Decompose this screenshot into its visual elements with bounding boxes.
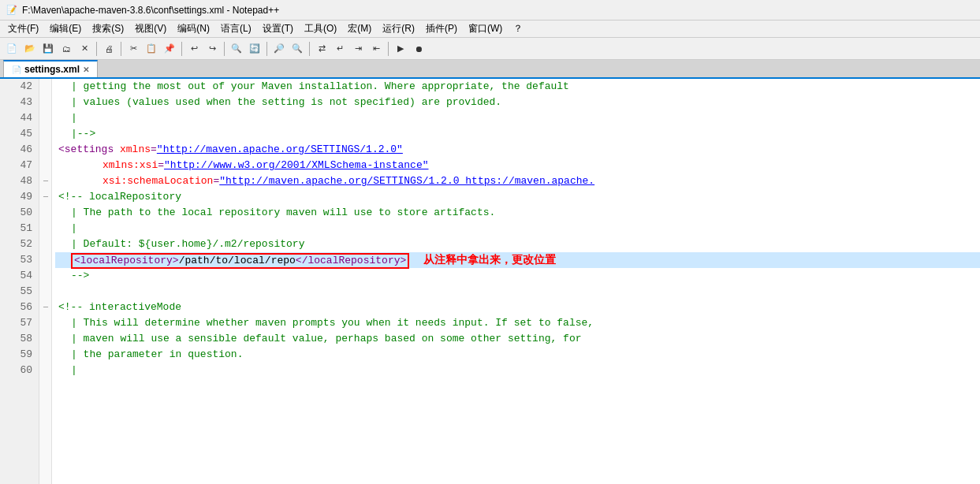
- line-num-45: 45: [6, 126, 32, 142]
- btn-copy[interactable]: 📋: [143, 40, 160, 58]
- menu-file[interactable]: 文件(F): [3, 20, 43, 37]
- toolbar: 📄 📂 💾 🗂 ✕ 🖨 ✂ 📋 📌 ↩ ↪ 🔍 🔄 🔎 🔍 ⇄ ↵ ⇥ ⇤ ▶ …: [0, 38, 980, 60]
- code-line-59: | the parameter in question.: [55, 347, 980, 363]
- tab-close-btn[interactable]: ✕: [83, 65, 89, 74]
- code-line-45: |-->: [55, 126, 980, 142]
- fold-58: [39, 331, 51, 347]
- btn-wrap[interactable]: ↵: [331, 40, 348, 58]
- btn-print[interactable]: 🖨: [100, 40, 117, 58]
- menu-plugins[interactable]: 插件(P): [421, 20, 462, 37]
- menu-window[interactable]: 窗口(W): [464, 20, 507, 37]
- btn-redo[interactable]: ↪: [203, 40, 221, 58]
- code-line-53: <localRepository>/path/to/local/repo</lo…: [55, 252, 980, 268]
- menu-settings[interactable]: 设置(T): [258, 20, 298, 37]
- btn-paste[interactable]: 📌: [161, 40, 178, 58]
- fold-56[interactable]: —: [39, 300, 52, 315]
- code-line-54: -->: [55, 268, 980, 284]
- fold-51: [39, 221, 51, 236]
- code-line-49: <!-- localRepository: [55, 189, 980, 205]
- btn-undo[interactable]: ↩: [185, 40, 203, 58]
- code-line-52: | Default: ${user.home}/.m2/repository: [55, 236, 980, 252]
- tab-label: settings.xml: [24, 64, 80, 75]
- btn-macro[interactable]: ▶: [392, 40, 409, 58]
- code-line-50: | The path to the local repository maven…: [55, 205, 980, 221]
- toolbar-sep-4: [224, 42, 225, 56]
- line-48-val: "http://maven.apache.org/SETTINGS/1.2.0 …: [219, 175, 594, 187]
- fold-48[interactable]: —: [39, 173, 52, 189]
- btn-indent[interactable]: ⇥: [349, 40, 367, 58]
- menu-run[interactable]: 运行(R): [378, 20, 419, 37]
- menu-search[interactable]: 搜索(S): [88, 20, 129, 37]
- line-46-tag1: <settings: [58, 143, 120, 155]
- fold-54: [39, 268, 51, 284]
- fold-45: [39, 126, 51, 142]
- line-num-50: 50: [6, 205, 32, 221]
- line-num-58: 58: [6, 331, 32, 347]
- line-num-42: 42: [6, 79, 32, 95]
- line-51-text: |: [71, 222, 77, 234]
- menu-macro[interactable]: 宏(M): [343, 20, 376, 37]
- line-60-text: |: [71, 364, 77, 376]
- fold-55: [39, 284, 51, 300]
- line-53-close-tag: </localRepository>: [296, 255, 406, 266]
- line-59-text: | the parameter in question.: [71, 348, 243, 360]
- line-47-attr: xmlns:xsi: [102, 159, 158, 171]
- toolbar-sep-7: [388, 42, 389, 56]
- toolbar-sep-6: [309, 42, 310, 56]
- line-47-val: "http://www.w3.org/2001/XMLSchema-instan…: [164, 159, 428, 171]
- code-line-48: xsi:schemaLocation="http://maven.apache.…: [55, 173, 980, 189]
- toolbar-sep-1: [96, 42, 97, 56]
- menu-tools[interactable]: 工具(O): [300, 20, 341, 37]
- code-content[interactable]: | getting the most out of your Maven ins…: [52, 79, 980, 484]
- line-num-56: 56: [6, 300, 32, 315]
- line-num-53: 53: [6, 252, 32, 268]
- code-line-56: <!-- interactiveMode: [55, 300, 980, 315]
- btn-cut[interactable]: ✂: [125, 40, 142, 58]
- line-57-text: | This will determine whether maven prom…: [71, 317, 594, 329]
- btn-record[interactable]: ⏺: [410, 40, 427, 58]
- line-53-open-tag: <localRepository>: [74, 255, 179, 266]
- line-num-59: 59: [6, 347, 32, 363]
- btn-find[interactable]: 🔍: [228, 40, 245, 58]
- btn-sync[interactable]: ⇄: [313, 40, 330, 58]
- tab-bar: 📄 settings.xml ✕: [0, 60, 980, 79]
- toolbar-sep-2: [121, 42, 121, 56]
- menu-edit[interactable]: 编辑(E): [45, 20, 86, 37]
- tab-settings-xml[interactable]: 📄 settings.xml ✕: [3, 60, 98, 77]
- code-line-58: | maven will use a sensible default valu…: [55, 331, 980, 347]
- code-line-55: [55, 284, 980, 300]
- fold-47: [39, 158, 51, 173]
- fold-50: [39, 205, 51, 221]
- line-58-text: | maven will use a sensible default valu…: [71, 333, 582, 344]
- line-53-content: /path/to/local/repo: [179, 255, 296, 266]
- btn-new[interactable]: 📄: [3, 40, 20, 58]
- btn-open[interactable]: 📂: [21, 40, 39, 58]
- fold-43: [39, 95, 51, 110]
- toolbar-sep-3: [181, 42, 182, 56]
- fold-42: [39, 79, 51, 95]
- btn-replace[interactable]: 🔄: [246, 40, 263, 58]
- btn-save[interactable]: 💾: [39, 40, 57, 58]
- fold-49[interactable]: —: [39, 189, 52, 205]
- fold-53: [39, 252, 51, 268]
- line-num-44: 44: [6, 110, 32, 126]
- btn-saveall[interactable]: 🗂: [58, 40, 75, 58]
- menu-help[interactable]: ？: [509, 20, 527, 37]
- code-line-51: |: [55, 221, 980, 236]
- line-49-text: <!-- localRepository: [58, 191, 181, 203]
- fold-57: [39, 315, 51, 331]
- menu-encode[interactable]: 编码(N): [173, 20, 214, 37]
- line-num-60: 60: [6, 363, 32, 378]
- line-52-text: | Default: ${user.home}/.m2/repository: [71, 238, 304, 250]
- btn-zoom-out[interactable]: 🔍: [289, 40, 306, 58]
- line-46-attr1: xmlns: [120, 143, 151, 155]
- btn-zoom-in[interactable]: 🔎: [270, 40, 288, 58]
- line-num-43: 43: [6, 95, 32, 110]
- menu-bar: 文件(F) 编辑(E) 搜索(S) 视图(V) 编码(N) 语言(L) 设置(T…: [0, 20, 980, 38]
- annotation-label: 从注释中拿出来，更改位置: [423, 253, 556, 266]
- menu-lang[interactable]: 语言(L): [216, 20, 256, 37]
- menu-view[interactable]: 视图(V): [130, 20, 171, 37]
- code-line-46: <settings xmlns="http://maven.apache.org…: [55, 142, 980, 158]
- btn-outdent[interactable]: ⇤: [367, 40, 385, 58]
- btn-close[interactable]: ✕: [76, 40, 93, 58]
